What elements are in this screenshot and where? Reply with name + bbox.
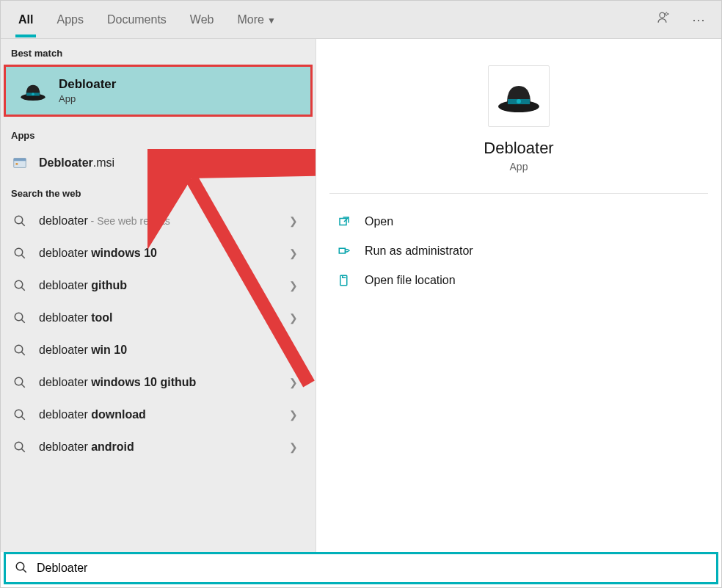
search-icon <box>11 438 29 456</box>
chevron-down-icon: ▼ <box>267 15 276 26</box>
action-open-location[interactable]: Open file location <box>337 266 701 295</box>
preview-app-icon <box>488 65 550 127</box>
svg-line-31 <box>23 569 26 573</box>
web-result-text: debloater android <box>39 440 279 454</box>
svg-point-9 <box>15 248 23 256</box>
more-options-icon[interactable]: ⋯ <box>692 12 705 28</box>
svg-point-13 <box>15 313 23 321</box>
chevron-right-icon: ❯ <box>289 247 298 259</box>
web-result-row[interactable]: debloater android❯ <box>1 431 316 463</box>
web-result-row[interactable]: debloater win 10❯ <box>1 334 316 366</box>
section-best-match: Best match <box>1 39 316 65</box>
search-icon <box>11 212 29 230</box>
svg-line-12 <box>21 287 25 291</box>
svg-line-20 <box>21 416 25 420</box>
open-icon <box>337 214 351 229</box>
preview-pane: Debloater App Open Run as administrator <box>316 39 721 552</box>
app-icon-hat <box>19 79 47 103</box>
chevron-right-icon: ❯ <box>289 409 298 421</box>
search-icon <box>11 374 29 391</box>
chevron-right-icon: ❯ <box>289 441 298 453</box>
search-tabs-bar: All Apps Documents Web More▼ ⋯ <box>1 1 721 39</box>
svg-point-17 <box>15 377 23 385</box>
action-open[interactable]: Open <box>337 207 701 236</box>
rewards-icon[interactable] <box>657 10 671 29</box>
chevron-right-icon: ❯ <box>289 215 298 227</box>
svg-line-16 <box>21 352 25 355</box>
svg-point-26 <box>517 99 521 104</box>
svg-rect-29 <box>340 275 347 286</box>
preview-sub: App <box>510 161 528 173</box>
svg-line-8 <box>21 222 25 226</box>
admin-shield-icon <box>337 244 351 258</box>
search-bar[interactable] <box>4 552 718 584</box>
best-match-title: Debloater <box>59 77 116 92</box>
action-run-admin[interactable]: Run as administrator <box>337 236 701 266</box>
web-result-text: debloater win 10 <box>39 344 279 357</box>
tab-documents[interactable]: Documents <box>106 3 168 37</box>
svg-rect-5 <box>14 159 26 161</box>
tab-all[interactable]: All <box>17 3 34 37</box>
web-result-text: debloater windows 10 <box>39 247 279 260</box>
search-icon <box>11 341 29 359</box>
best-match-result[interactable]: Debloater App <box>4 65 313 117</box>
preview-title: Debloater <box>484 139 553 158</box>
search-input[interactable] <box>37 562 707 575</box>
folder-icon <box>337 273 351 288</box>
svg-point-7 <box>15 216 23 224</box>
search-icon <box>11 244 29 262</box>
svg-point-21 <box>15 442 23 450</box>
chevron-right-icon: ❯ <box>289 157 298 169</box>
web-result-row[interactable]: debloater windows 10 github❯ <box>1 366 316 399</box>
web-result-row[interactable]: debloater windows 10❯ <box>1 237 316 269</box>
web-result-row[interactable]: debloater tool❯ <box>1 302 316 334</box>
svg-rect-28 <box>339 248 345 253</box>
best-match-sub: App <box>59 93 116 104</box>
section-apps: Apps <box>1 121 316 147</box>
svg-rect-27 <box>340 219 346 225</box>
svg-point-19 <box>15 410 23 418</box>
results-pane: Best match Debloater App Apps Debloater.… <box>1 39 316 552</box>
chevron-right-icon: ❯ <box>289 377 298 388</box>
chevron-right-icon: ❯ <box>289 312 298 324</box>
svg-rect-6 <box>16 163 18 165</box>
chevron-right-icon: ❯ <box>289 280 298 291</box>
svg-line-22 <box>21 449 25 452</box>
svg-point-0 <box>660 12 665 18</box>
svg-line-14 <box>21 319 25 323</box>
web-result-row[interactable]: debloater download❯ <box>1 399 316 431</box>
web-result-text: debloater tool <box>39 311 279 324</box>
search-icon <box>11 406 29 424</box>
chevron-right-icon: ❯ <box>289 344 298 356</box>
web-result-text: debloater download <box>39 408 279 421</box>
web-result-row[interactable]: debloater - See web results❯ <box>1 205 316 237</box>
svg-point-15 <box>15 345 23 353</box>
search-icon <box>15 561 28 576</box>
web-result-text: debloater windows 10 github <box>39 376 279 389</box>
tab-web[interactable]: Web <box>189 3 216 37</box>
svg-line-18 <box>21 384 25 388</box>
svg-point-3 <box>32 92 34 95</box>
installer-icon <box>11 154 29 172</box>
web-result-text: debloater github <box>39 279 279 292</box>
svg-point-11 <box>15 280 23 288</box>
search-icon <box>11 277 29 294</box>
search-icon <box>11 309 29 327</box>
app-result-row[interactable]: Debloater.msi ❯ <box>1 147 316 179</box>
web-result-row[interactable]: debloater github❯ <box>1 269 316 302</box>
section-web: Search the web <box>1 179 316 205</box>
svg-point-30 <box>16 562 24 570</box>
svg-line-10 <box>21 255 25 258</box>
tab-more[interactable]: More▼ <box>236 3 277 37</box>
tab-apps[interactable]: Apps <box>55 3 84 37</box>
web-result-text: debloater - See web results <box>39 214 279 228</box>
